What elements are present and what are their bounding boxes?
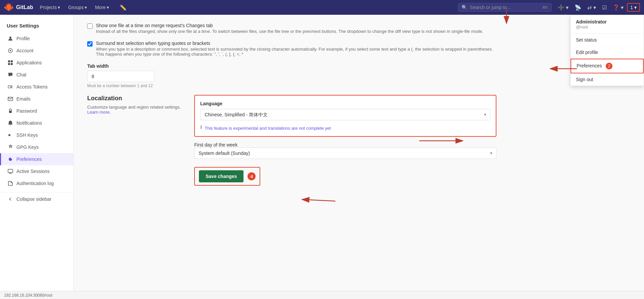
svg-point-0 (9, 37, 11, 39)
sidebar-item-active-sessions[interactable]: Active Sessions (0, 165, 73, 177)
dropdown-user-info: Administrator @root (571, 15, 644, 34)
preferences-badge: 2 (606, 63, 612, 69)
sidebar-item-emails[interactable]: Emails (0, 93, 73, 105)
localization-title: Localization (87, 95, 181, 102)
search-bar[interactable]: 🔍 ⌘K (458, 3, 552, 12)
pencil-icon[interactable]: ✏️ (117, 2, 129, 13)
set-status-item[interactable]: Set status (571, 34, 644, 46)
edit-profile-item[interactable]: Edit profile (571, 46, 644, 59)
user-dropdown-menu: Administrator @root Set status Edit prof… (570, 15, 644, 86)
sidebar-item-chat[interactable]: Chat (0, 69, 73, 81)
groups-nav[interactable]: Groups ▾ (65, 3, 90, 11)
plus-icon[interactable]: ➕ ▾ (555, 2, 571, 13)
sign-out-item[interactable]: Sign out (571, 73, 644, 86)
tab-width-group: Tab width Must be a number between 1 and… (87, 63, 496, 88)
svg-point-11 (10, 159, 11, 160)
localization-desc: Customize language and region related se… (87, 105, 181, 115)
week-select-wrapper: System default (Sunday) Monday Saturday … (194, 147, 496, 159)
search-icon: 🔍 (462, 5, 467, 10)
sidebar-item-auth-log[interactable]: Authentication log (0, 177, 73, 189)
save-changes-button[interactable]: Save changes (199, 170, 244, 182)
more-nav[interactable]: More ▾ (92, 3, 112, 11)
svg-point-2 (10, 50, 11, 51)
tab-width-input[interactable] (87, 71, 154, 82)
save-changes-area: Save changes 4 (194, 167, 260, 186)
week-form: First day of the week System default (Su… (194, 142, 496, 159)
language-select-wrapper: Chinese, Simplified - 简体中文 English Frenc… (200, 109, 490, 120)
surround-text-desc: When you type in a description or commen… (96, 47, 496, 57)
sidebar-item-account[interactable]: Account (0, 45, 73, 57)
show-one-file-row: Show one file at a time on merge request… (87, 23, 496, 34)
language-label: Language (200, 101, 490, 106)
preferences-item[interactable]: Preferences 2 (571, 59, 644, 73)
show-one-file-desc: Instead of all the files changed, show o… (96, 29, 483, 34)
svg-rect-9 (9, 111, 12, 113)
language-warning: This feature is experimental and transla… (205, 126, 331, 131)
broadcast-icon[interactable]: 📡 (572, 2, 584, 13)
admin-name: Administrator (576, 19, 638, 24)
main-content: Show one file at a time on merge request… (74, 15, 510, 299)
sidebar-item-applications[interactable]: Applications (0, 57, 73, 69)
svg-point-10 (8, 134, 10, 136)
sidebar-title: User Settings (0, 20, 73, 33)
user-menu-button[interactable]: 1 ▾ (627, 3, 640, 12)
sidebar-item-preferences[interactable]: Preferences (0, 153, 73, 165)
localization-section: Localization Customize language and regi… (87, 95, 496, 186)
sidebar-item-profile[interactable]: Profile (0, 33, 73, 45)
badge-4: 4 (248, 172, 256, 180)
todo-icon[interactable]: ☑ (599, 2, 609, 13)
projects-nav[interactable]: Projects ▾ (37, 3, 64, 11)
svg-point-7 (8, 85, 11, 88)
language-select[interactable]: Chinese, Simplified - 简体中文 English Frenc… (200, 109, 490, 120)
admin-handle: @root (576, 24, 638, 29)
url-text: 192.168.16.104:30080/root (4, 293, 52, 298)
svg-rect-12 (8, 169, 13, 173)
tab-width-hint: Must be a number between 1 and 12 (87, 83, 496, 88)
language-box: Language Chinese, Simplified - 简体中文 Engl… (194, 95, 496, 137)
svg-rect-4 (11, 60, 13, 62)
sidebar-item-password[interactable]: Password (0, 105, 73, 117)
svg-rect-6 (11, 63, 13, 65)
merge-request-icon[interactable]: ⇄ ▾ (585, 2, 598, 13)
sidebar-item-access-tokens[interactable]: Access Tokens (0, 81, 73, 93)
show-one-file-checkbox[interactable] (87, 23, 93, 29)
top-navigation: GitLab Projects ▾ Groups ▾ More ▾ ✏️ 🔍 ⌘… (0, 0, 644, 15)
page-layout: User Settings Profile Account Applicatio… (0, 15, 644, 299)
search-input[interactable] (470, 5, 539, 10)
svg-rect-5 (8, 63, 10, 65)
localization-form: Language Chinese, Simplified - 简体中文 Engl… (194, 95, 496, 186)
week-label: First day of the week (194, 142, 496, 147)
show-one-file-label[interactable]: Show one file at a time on merge request… (96, 23, 213, 28)
surround-text-label[interactable]: Surround text selection when typing quot… (96, 41, 210, 46)
sidebar-item-notifications[interactable]: Notifications (0, 117, 73, 129)
sidebar-item-gpg-keys[interactable]: GPG Keys (0, 141, 73, 153)
surround-text-checkbox[interactable] (87, 41, 93, 47)
localization-learn-more[interactable]: Learn more. (87, 110, 111, 115)
svg-rect-3 (8, 60, 10, 62)
week-select[interactable]: System default (Sunday) Monday Saturday … (194, 147, 496, 159)
sidebar: User Settings Profile Account Applicatio… (0, 15, 74, 299)
url-bar: 192.168.16.104:30080/root (0, 291, 644, 299)
sidebar-item-ssh-keys[interactable]: SSH Keys (0, 129, 73, 141)
tab-width-label: Tab width (87, 63, 496, 69)
surround-text-row: Surround text selection when typing quot… (87, 41, 496, 57)
sidebar-item-collapse[interactable]: Collapse sidebar (0, 192, 73, 205)
top-nav-items: Projects ▾ Groups ▾ More ▾ (37, 3, 112, 11)
gitlab-logo[interactable]: GitLab (4, 3, 33, 12)
localization-info: Localization Customize language and regi… (87, 95, 181, 186)
help-icon[interactable]: ❓ ▾ (610, 2, 626, 13)
topnav-icon-group: ➕ ▾ 📡 ⇄ ▾ ☑ ❓ ▾ 1 ▾ (555, 2, 640, 13)
